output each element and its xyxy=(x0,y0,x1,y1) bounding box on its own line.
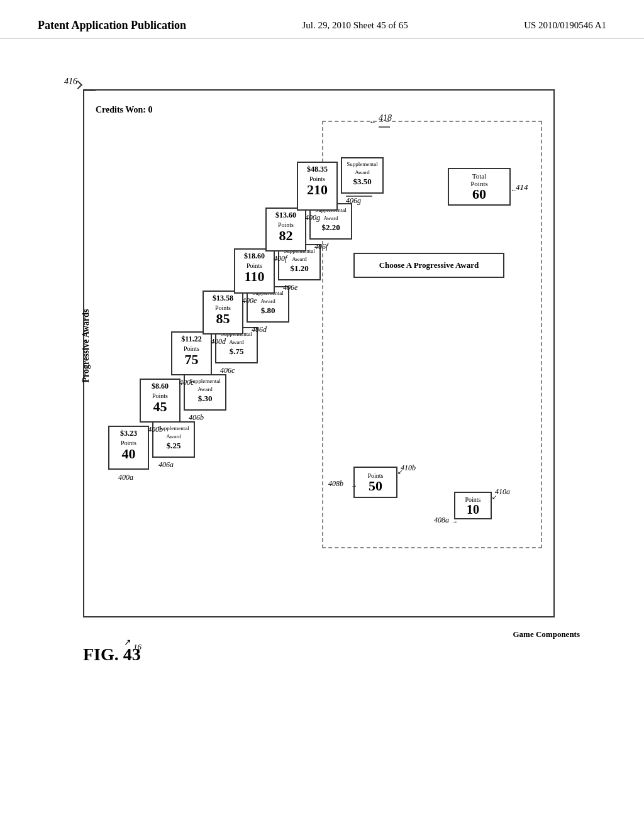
arrow-418: ← xyxy=(369,118,377,127)
points-box-408a: Points 10 xyxy=(454,492,492,519)
supp-406g-sub: Award xyxy=(343,169,381,177)
supp-406b-value: $.30 xyxy=(186,393,224,404)
label-400b: 400b xyxy=(148,425,163,434)
label-400g: 400g xyxy=(305,213,320,223)
arrow-16-glyph: ↗ xyxy=(124,637,131,648)
card-400c: $11.22 Points 75 xyxy=(171,331,212,375)
card-400a: $3.23 Points 40 xyxy=(108,426,149,470)
card-400a-points: 40 xyxy=(111,447,146,461)
diagram-container: 416 Credits Won: 0 Progressive Awards Ga… xyxy=(45,64,599,668)
points-box-408b: Points 50 xyxy=(353,467,397,498)
label-406g: 406g xyxy=(346,196,361,206)
content-area: 416 Credits Won: 0 Progressive Awards Ga… xyxy=(0,39,644,693)
label-410b: 410b xyxy=(401,463,416,473)
total-value: 60 xyxy=(472,187,486,201)
label-410a: 410a xyxy=(495,487,510,497)
points-value-408b: 50 xyxy=(369,479,382,493)
arrow-label-16: 16 xyxy=(133,642,142,652)
card-400e-value: $18.60 xyxy=(237,252,272,262)
supp-card-406g: Supplemental Award $3.50 xyxy=(341,157,384,194)
card-400f-value: $13.60 xyxy=(269,211,303,221)
total-label: Total xyxy=(472,172,486,180)
label-406a: 406a xyxy=(158,460,174,470)
card-400e-points: 110 xyxy=(237,270,272,284)
card-400e: $18.60 Points 110 xyxy=(234,248,275,294)
arrow-410b-arrow: ↙ xyxy=(397,468,402,475)
label-406e: 406e xyxy=(283,283,297,292)
label-400e: 400e xyxy=(242,296,257,306)
label-406c: 406c xyxy=(220,366,235,375)
arrow-408a: → xyxy=(452,518,458,525)
supp-406g-title: Supplemental xyxy=(343,160,381,169)
progressive-awards-label: Progressive Awards xyxy=(81,309,91,382)
card-400d-value: $13.58 xyxy=(206,294,240,304)
page: Patent Application Publication Jul. 29, … xyxy=(0,0,644,830)
supp-406c-value: $.75 xyxy=(218,346,255,357)
supp-406g-value: $3.50 xyxy=(343,176,381,187)
points-value-408a: 10 xyxy=(467,503,479,516)
figure-label: FIG. 43 xyxy=(83,645,141,665)
supp-406f-value: $2.20 xyxy=(312,222,350,233)
points-label-408a: Points xyxy=(465,496,480,503)
label-400d: 400d xyxy=(211,337,226,346)
label-400f: 400f xyxy=(274,254,287,263)
label-406b: 406b xyxy=(189,413,204,423)
card-400f: $13.60 Points 82 xyxy=(265,208,306,252)
card-400b-value: $8.60 xyxy=(143,382,177,392)
label-418: 418 xyxy=(379,113,392,123)
card-400g-value: $48.35 xyxy=(300,165,335,175)
card-400d-points: 85 xyxy=(206,312,240,326)
card-400b: $8.60 Points 45 xyxy=(140,379,180,423)
label-406d: 406d xyxy=(252,325,267,335)
credits-won-label: Credits Won: 0 xyxy=(96,105,153,115)
label-406f: 406f xyxy=(314,242,328,252)
card-400c-value: $11.22 xyxy=(174,335,209,345)
total-points-box-414: Total Points 60 xyxy=(448,168,511,206)
arrow-414: ← xyxy=(511,186,518,194)
card-400a-value: $3.23 xyxy=(111,429,146,439)
supp-406e-value: $1.20 xyxy=(280,263,318,274)
page-header: Patent Application Publication Jul. 29, … xyxy=(0,0,644,39)
arrow-410a: ↙ xyxy=(492,494,497,501)
card-400g: $48.35 Points 210 xyxy=(297,162,338,211)
card-400g-points: 210 xyxy=(300,183,335,197)
publication-date-sheet: Jul. 29, 2010 Sheet 45 of 65 xyxy=(302,20,408,31)
choose-progressive-award-box: Choose A Progressive Award xyxy=(353,253,504,278)
card-400d: $13.58 Points 85 xyxy=(203,290,243,335)
card-400b-points: 45 xyxy=(143,400,177,414)
arrow-408b: → xyxy=(351,482,357,489)
card-400c-points: 75 xyxy=(174,353,209,367)
publication-title: Patent Application Publication xyxy=(38,19,186,32)
game-components-label: Game Components xyxy=(513,629,580,639)
card-400f-points: 82 xyxy=(269,229,303,243)
label-408a: 408a xyxy=(434,516,449,525)
label-400c: 400c xyxy=(179,378,194,387)
supp-406a-value: $.25 xyxy=(155,440,192,451)
label-408b: 408b xyxy=(328,479,343,489)
publication-number: US 2010/0190546 A1 xyxy=(524,20,606,31)
label-400a: 400a xyxy=(118,473,133,482)
supp-406d-value: $.80 xyxy=(249,305,287,316)
